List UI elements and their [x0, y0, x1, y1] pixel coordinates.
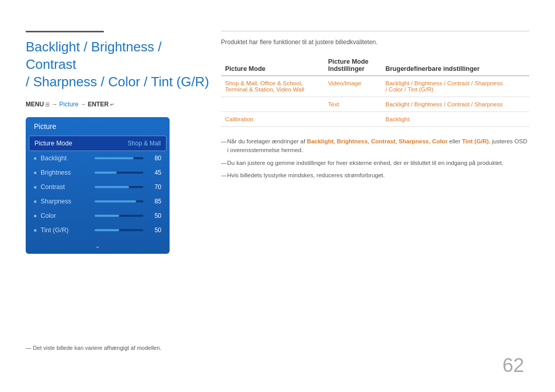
- scroll-down-icon[interactable]: ⌄: [26, 237, 170, 254]
- brightness-slider[interactable]: [95, 172, 143, 174]
- osd-value-picture-mode: Shop & Mall: [127, 140, 161, 147]
- dot-icon: [34, 200, 36, 203]
- osd-item-picture-mode[interactable]: Picture Mode Shop & Mall: [29, 136, 166, 151]
- user-settings-cell-2: Backlight / Brightness / Contrast / Shar…: [381, 97, 529, 112]
- osd-item-brightness[interactable]: Brightness 45: [26, 165, 170, 180]
- menu-icon: ☰: [45, 102, 50, 107]
- menu-label: MENU: [26, 101, 44, 108]
- osd-label-contrast: Contrast: [41, 183, 89, 191]
- intro-text: Produktet har flere funktioner til at ju…: [221, 39, 529, 46]
- color-slider[interactable]: [95, 215, 143, 217]
- osd-label-brightness: Brightness: [41, 169, 89, 176]
- page-number: 62: [503, 354, 524, 377]
- osd-label-sharpness: Sharpness: [41, 198, 89, 205]
- arrow2: →: [80, 101, 86, 108]
- enter-label: ENTER: [88, 101, 109, 108]
- osd-item-contrast[interactable]: Contrast 70: [26, 180, 170, 194]
- osd-label-backlight: Backlight: [41, 155, 89, 162]
- settings-table: Picture Mode Picture ModeIndstillinger B…: [221, 55, 529, 127]
- backlight-fill: [95, 157, 134, 159]
- mode-cell-2: [221, 97, 324, 112]
- dot-icon: [34, 157, 36, 160]
- osd-value-contrast: 70: [149, 183, 161, 191]
- table-row: Shop & Mall, Office & School,Terminal & …: [221, 76, 529, 97]
- page-title: Backlight / Brightness / Contrast / Shar…: [26, 39, 211, 90]
- osd-item-tint[interactable]: Tint (G/R) 50: [26, 223, 170, 237]
- table-row: Text Backlight / Brightness / Contrast /…: [221, 97, 529, 112]
- menu-path: MENU ☰ → Picture → ENTER ↵: [26, 101, 211, 108]
- osd-item-backlight[interactable]: Backlight 80: [26, 151, 170, 165]
- picture-link[interactable]: Picture: [59, 101, 78, 108]
- color-fill: [95, 215, 119, 217]
- tint-slider[interactable]: [95, 229, 143, 231]
- osd-label-tint: Tint (G/R): [41, 227, 89, 234]
- osd-value-tint: 50: [149, 227, 161, 234]
- mode-cell-1: Shop & Mall, Office & School,Terminal & …: [221, 76, 324, 97]
- right-section: Produktet har flere funktioner til at ju…: [221, 39, 529, 183]
- settings-link-text[interactable]: Text: [328, 101, 339, 107]
- settings-link-video[interactable]: Video/Image: [328, 80, 361, 86]
- tint-fill: [95, 229, 119, 231]
- contrast-slider[interactable]: [95, 186, 143, 188]
- table-row: Calibration Backlight: [221, 112, 529, 127]
- dot-icon: [34, 186, 36, 189]
- osd-value-backlight: 80: [149, 155, 161, 162]
- sharpness-slider[interactable]: [95, 200, 143, 202]
- osd-header: Picture: [26, 117, 170, 136]
- arrow1: →: [51, 101, 58, 108]
- contrast-fill: [95, 186, 129, 188]
- col-header-picture-mode: Picture Mode: [221, 55, 324, 76]
- brightness-fill: [95, 172, 117, 174]
- settings-cell-2: Text: [324, 97, 381, 112]
- enter-icon: ↵: [110, 102, 114, 107]
- dot-icon: [34, 229, 36, 232]
- settings-cell-3: [324, 112, 381, 127]
- settings-cell-1: Video/Image: [324, 76, 381, 97]
- osd-panel: Picture Picture Mode Shop & Mall Backlig…: [26, 117, 170, 254]
- col-header-indstillinger: Picture ModeIndstillinger: [324, 55, 381, 76]
- note-item-1: Når du foretager ændringer af Backlight,…: [221, 137, 529, 155]
- left-section: Backlight / Brightness / Contrast / Shar…: [26, 39, 211, 254]
- user-settings-cell-1: Backlight / Brightness / Contrast / Shar…: [381, 76, 529, 97]
- top-border-right: [221, 31, 529, 31]
- osd-label-color: Color: [41, 212, 89, 219]
- osd-value-brightness: 45: [149, 169, 161, 176]
- osd-item-sharpness[interactable]: Sharpness 85: [26, 194, 170, 209]
- note-item-2: Du kan justere og gemme indstillinger fo…: [221, 159, 529, 167]
- dot-icon: [34, 172, 36, 174]
- sharpness-fill: [95, 200, 136, 202]
- osd-item-color[interactable]: Color 50: [26, 209, 170, 223]
- notes-section: Når du foretager ændringer af Backlight,…: [221, 137, 529, 180]
- note-item-3: Hvis billedets lysstyrke mindskes, reduc…: [221, 171, 529, 180]
- osd-value-color: 50: [149, 212, 161, 219]
- title-separator: [26, 31, 104, 32]
- mode-link-calibration[interactable]: Calibration: [225, 116, 253, 122]
- backlight-slider[interactable]: [95, 157, 143, 159]
- osd-value-sharpness: 85: [149, 198, 161, 205]
- col-header-bruger: Brugerdefinerbare indstillinger: [381, 55, 529, 76]
- user-settings-cell-3: Backlight: [381, 112, 529, 127]
- user-link-1[interactable]: Backlight / Brightness / Contrast / Shar…: [385, 80, 503, 92]
- osd-label-picture-mode: Picture Mode: [34, 140, 127, 147]
- user-link-3[interactable]: Backlight: [385, 116, 410, 122]
- dot-icon: [34, 215, 36, 217]
- user-link-2[interactable]: Backlight / Brightness / Contrast / Shar…: [385, 101, 503, 107]
- bottom-note: Det viste billede kan variere afhængigt …: [26, 345, 161, 351]
- mode-cell-3: Calibration: [221, 112, 324, 127]
- mode-link-shop[interactable]: Shop & Mall, Office & School,Terminal & …: [225, 80, 304, 92]
